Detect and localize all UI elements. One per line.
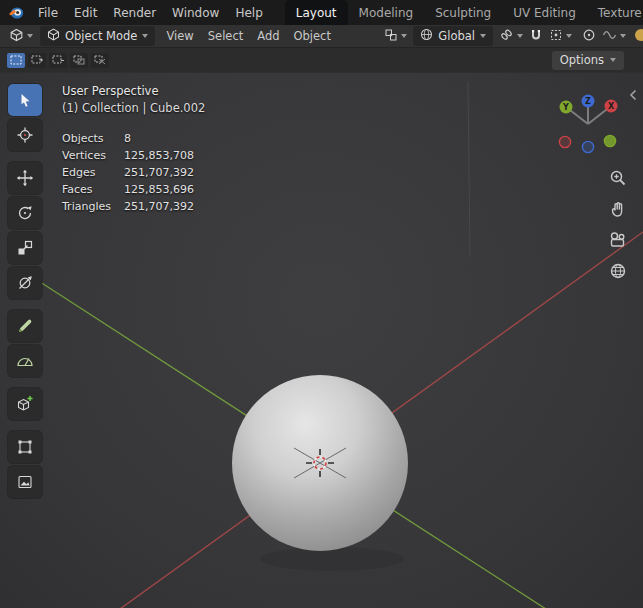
select-mode-subtract[interactable] xyxy=(49,53,67,68)
menu-view[interactable]: View xyxy=(159,29,200,43)
tool-measure[interactable] xyxy=(8,345,42,377)
grid-line xyxy=(468,81,470,257)
tool-extra-1[interactable] xyxy=(8,431,42,463)
select-mode-invert[interactable] xyxy=(70,53,88,68)
falloff-wave-icon xyxy=(602,28,617,45)
menu-edit[interactable]: Edit xyxy=(66,0,105,25)
stat-value: 125,853,708 xyxy=(124,147,194,164)
gizmo-y-label: Y xyxy=(562,103,569,112)
stat-value: 125,853,696 xyxy=(124,181,194,198)
tool-cursor[interactable] xyxy=(8,119,42,151)
chevron-down-icon xyxy=(27,34,33,38)
tab-sculpting[interactable]: Sculpting xyxy=(424,0,502,25)
tab-uv-editing[interactable]: UV Editing xyxy=(502,0,587,25)
chevron-down-icon xyxy=(517,34,523,38)
pivot-point-icon xyxy=(384,28,398,45)
gizmo-z-label: Z xyxy=(585,97,591,106)
cube-icon xyxy=(47,28,60,44)
link-icon xyxy=(499,28,514,45)
workspace-tabs: Layout Modeling Sculpting UV Editing Tex… xyxy=(285,0,643,25)
tool-move[interactable] xyxy=(8,162,42,194)
gizmo-axis-neg-z[interactable] xyxy=(582,141,593,152)
chevron-down-icon xyxy=(610,58,616,62)
topbar-menus: File Edit Render Window Help xyxy=(30,0,271,25)
sidebar-toggle[interactable] xyxy=(627,88,639,102)
snap-target-icon xyxy=(549,28,563,45)
tab-modeling[interactable]: Modeling xyxy=(348,0,425,25)
stat-value: 251,707,392 xyxy=(124,198,194,215)
toggle-projection-button[interactable] xyxy=(606,259,630,283)
pan-hand-button[interactable] xyxy=(606,197,630,221)
proportional-circle-icon xyxy=(582,28,596,45)
tool-extra-2[interactable] xyxy=(8,466,42,498)
tool-annotate[interactable] xyxy=(8,310,42,342)
menu-render[interactable]: Render xyxy=(105,0,164,25)
menu-window[interactable]: Window xyxy=(164,0,227,25)
stat-value: 251,707,392 xyxy=(124,164,194,181)
orientation-dropdown[interactable]: Global xyxy=(413,26,493,46)
menu-add[interactable]: Add xyxy=(250,29,286,43)
topbar: File Edit Render Window Help Layout Mode… xyxy=(0,0,643,25)
menu-select[interactable]: Select xyxy=(201,29,250,43)
mode-selector-label: Object Mode xyxy=(65,29,137,43)
select-mode-extend[interactable] xyxy=(28,53,46,68)
snap-target-dropdown[interactable] xyxy=(546,27,575,46)
viewport-header: Object Mode View Select Add Object Globa… xyxy=(0,25,643,48)
view-perspective-label: User Perspective xyxy=(62,84,158,98)
stat-label: Triangles xyxy=(62,198,124,215)
proportional-editing-toggle[interactable] xyxy=(579,27,599,46)
active-object-label: (1) Collection | Cube.002 xyxy=(62,101,205,115)
mode-selector[interactable]: Object Mode xyxy=(40,26,155,46)
toolbar-left xyxy=(8,84,42,498)
tool-rotate[interactable] xyxy=(8,197,42,229)
falloff-dropdown[interactable] xyxy=(599,27,629,46)
viewport-shading-icon[interactable] xyxy=(629,27,643,46)
stat-label: Vertices xyxy=(62,147,124,164)
viewport-3d[interactable]: User Perspective (1) Collection | Cube.0… xyxy=(0,73,643,608)
snapping-pair-dropdown[interactable] xyxy=(496,27,526,46)
blender-logo-icon[interactable] xyxy=(0,0,30,25)
chevron-left-icon xyxy=(631,91,636,100)
menu-object[interactable]: Object xyxy=(287,29,338,43)
camera-view-button[interactable] xyxy=(606,228,630,252)
stat-label: Faces xyxy=(62,181,124,198)
chevron-down-icon xyxy=(401,34,407,38)
pivot-point-dropdown[interactable] xyxy=(381,27,410,46)
stat-label: Edges xyxy=(62,164,124,181)
tool-select-box[interactable] xyxy=(8,84,42,116)
select-mode-set[interactable] xyxy=(7,53,25,68)
chevron-down-icon xyxy=(566,34,572,38)
tool-transform[interactable] xyxy=(8,267,42,299)
editor-type-icon xyxy=(9,28,24,45)
navigation-gizmo[interactable]: Y Z X xyxy=(556,92,620,156)
gizmo-axis-neg-y[interactable] xyxy=(604,135,615,146)
zoom-button[interactable] xyxy=(606,166,630,190)
snap-toggle[interactable] xyxy=(526,27,546,46)
tool-scale[interactable] xyxy=(8,232,42,264)
orientation-label: Global xyxy=(438,29,475,43)
tab-texture-paint[interactable]: Texture Paint xyxy=(587,0,643,25)
menu-help[interactable]: Help xyxy=(227,0,270,25)
menu-file[interactable]: File xyxy=(30,0,66,25)
gizmo-axis-neg-x[interactable] xyxy=(559,136,570,147)
tool-add-cube[interactable] xyxy=(8,388,42,420)
magnet-icon xyxy=(529,28,543,45)
gizmo-x-label: X xyxy=(608,102,615,111)
sphere-shadow xyxy=(260,547,404,571)
chevron-down-icon xyxy=(142,34,148,38)
statistics-overlay: Objects8 Vertices125,853,708 Edges251,70… xyxy=(62,130,194,215)
chevron-down-icon xyxy=(480,34,486,38)
stat-value: 8 xyxy=(124,130,194,147)
select-mode-intersect[interactable] xyxy=(91,53,109,68)
options-label: Options xyxy=(560,53,604,67)
tool-settings-bar: Options xyxy=(0,48,643,72)
tab-layout[interactable]: Layout xyxy=(285,0,348,25)
stat-label: Objects xyxy=(62,130,124,147)
editor-type-button[interactable] xyxy=(6,27,36,46)
options-button[interactable]: Options xyxy=(552,51,624,70)
globe-icon xyxy=(420,28,433,44)
chevron-down-icon xyxy=(620,34,626,38)
